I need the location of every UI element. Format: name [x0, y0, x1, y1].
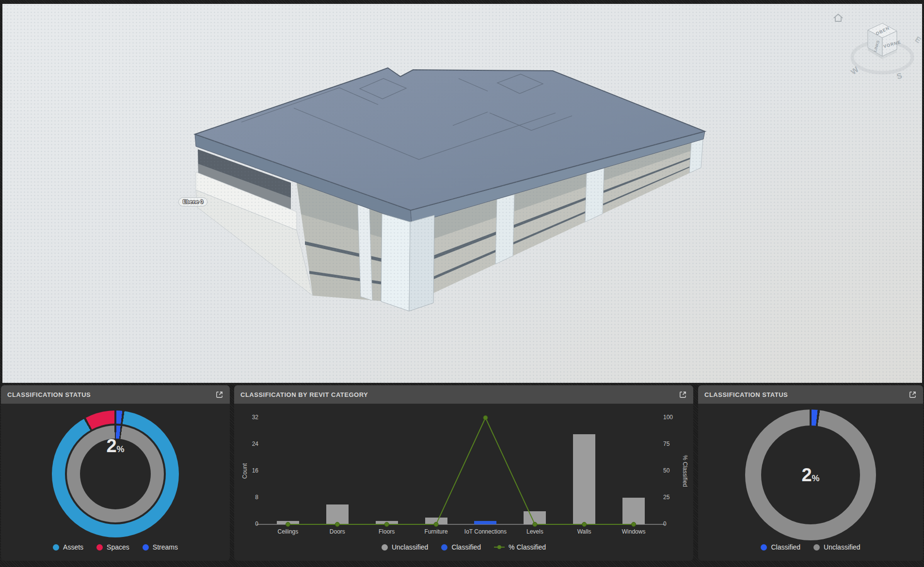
- y2-axis-tick: 25: [663, 494, 692, 501]
- y-axis-tick: 0: [234, 520, 258, 527]
- legend-item-unclassified[interactable]: Unclassified: [813, 543, 860, 551]
- compass-south-label: S: [896, 71, 903, 80]
- legend-label: Unclassified: [392, 543, 428, 551]
- y-axis-tick: 16: [234, 467, 258, 474]
- x-axis-label-levels: Levels: [508, 528, 561, 535]
- percent-classified-line: [263, 418, 658, 524]
- y2-axis-tick: 0: [663, 520, 692, 527]
- x-axis-label-windows: Windows: [607, 528, 660, 535]
- panel-header: CLASSIFICATION STATUS: [698, 385, 923, 404]
- compass-east-label: E: [914, 35, 923, 45]
- legend-item-spaces[interactable]: Spaces: [96, 543, 129, 551]
- open-in-new-icon[interactable]: [679, 391, 687, 399]
- x-axis-label-walls: Walls: [558, 528, 611, 535]
- panel-title: CLASSIFICATION STATUS: [7, 391, 91, 398]
- legend-marker: [813, 544, 820, 551]
- donut-chart-status-right[interactable]: 2%: [745, 410, 876, 540]
- legend-label: Assets: [63, 543, 83, 551]
- open-in-new-icon[interactable]: [215, 391, 223, 399]
- legend-marker: [53, 544, 59, 551]
- legend-label: % Classified: [509, 543, 546, 551]
- legend-label: Spaces: [107, 543, 129, 551]
- legend-marker: [96, 544, 103, 551]
- legend-marker: [441, 544, 447, 551]
- donut-center-value: 2%: [745, 410, 876, 540]
- view-cube[interactable]: W S E OBEN LINKS VORNE: [843, 10, 924, 88]
- x-axis-label-iot-connections: IoT Connections: [459, 528, 512, 535]
- model-viewer[interactable]: Ebene 0 W S E OBEN LINKS VORNE: [2, 4, 922, 383]
- panel-header: CLASSIFICATION BY REVIT CATEGORY: [234, 385, 693, 404]
- revit-category-chart-plot[interactable]: [263, 418, 658, 524]
- chart-legend: ClassifiedUnclassified: [698, 543, 923, 551]
- legend-label: Classified: [451, 543, 481, 551]
- legend-marker: [494, 547, 505, 548]
- panel-classification-by-revit-category: CLASSIFICATION BY REVIT CATEGORY Count %…: [234, 385, 693, 561]
- building-model: [2, 4, 922, 383]
- legend-item-classified[interactable]: Classified: [761, 543, 800, 551]
- chart-legend: UnclassifiedClassified% Classified: [234, 543, 693, 551]
- legend-label: Streams: [153, 543, 178, 551]
- donut-center-value: 2%: [52, 410, 179, 537]
- legend-item-classified[interactable]: Classified: [441, 543, 481, 551]
- panel-classification-status-right: CLASSIFICATION STATUS 2% ClassifiedUncla…: [698, 385, 923, 561]
- panel-header: CLASSIFICATION STATUS: [1, 385, 230, 404]
- legend-item-assets[interactable]: Assets: [53, 543, 83, 551]
- legend-marker: [761, 544, 767, 551]
- legend-item-unclassified[interactable]: Unclassified: [382, 543, 428, 551]
- donut-chart-status-left[interactable]: 2%: [52, 410, 179, 537]
- panel-title: CLASSIFICATION BY REVIT CATEGORY: [240, 391, 368, 398]
- legend-item-streams[interactable]: Streams: [143, 543, 178, 551]
- legend-label: Unclassified: [824, 543, 860, 551]
- y-axis-tick: 8: [234, 494, 258, 501]
- y2-axis-tick: 100: [663, 414, 692, 421]
- y2-axis-tick: 50: [663, 467, 692, 474]
- legend-label: Classified: [771, 543, 800, 551]
- x-axis-label-ceilings: Ceilings: [261, 528, 315, 535]
- y2-axis-tick: 75: [663, 441, 692, 447]
- open-in-new-icon[interactable]: [908, 391, 917, 399]
- x-axis-label-floors: Floors: [360, 528, 414, 535]
- chart-legend: AssetsSpacesStreams: [1, 543, 230, 551]
- y-axis-tick: 32: [234, 414, 258, 421]
- x-axis-label-doors: Doors: [311, 528, 364, 535]
- x-axis-label-furniture: Furniture: [410, 528, 463, 535]
- y-axis-tick: 24: [234, 441, 258, 447]
- level-label[interactable]: Ebene 0: [178, 197, 207, 206]
- legend-item--classified[interactable]: % Classified: [494, 543, 546, 551]
- panel-title: CLASSIFICATION STATUS: [704, 391, 788, 398]
- legend-marker: [382, 544, 388, 551]
- panel-classification-status-left: CLASSIFICATION STATUS 2% AssetsSpacesStr…: [1, 385, 230, 561]
- legend-marker: [143, 544, 149, 551]
